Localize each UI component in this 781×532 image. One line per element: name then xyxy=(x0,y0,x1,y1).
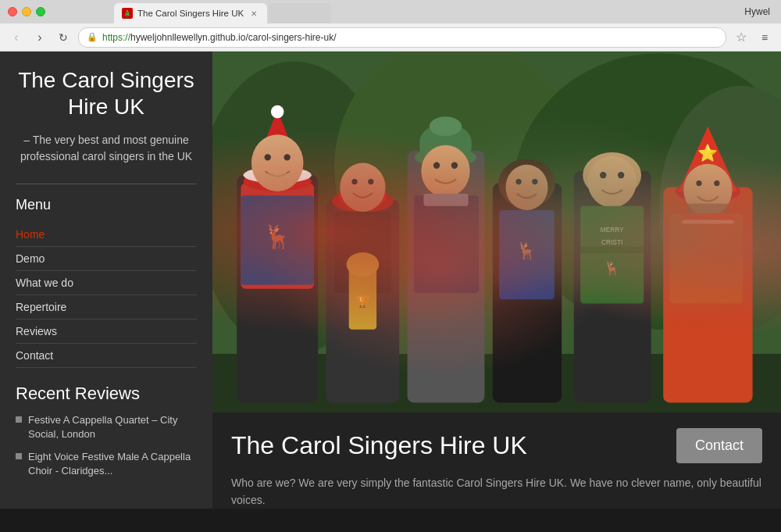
back-button[interactable]: ‹ xyxy=(8,29,25,46)
review-item-2: Eight Voice Festive Male A Cappella Choi… xyxy=(16,450,197,478)
bottom-header: The Carol Singers Hire UK Contact xyxy=(231,428,762,463)
address-url: hyweljohnllewellyn.github.io/carol-singe… xyxy=(130,32,336,43)
contact-button[interactable]: Contact xyxy=(676,428,762,463)
bookmark-button[interactable]: ☆ xyxy=(733,29,750,46)
review-text-2: Eight Voice Festive Male A Cappella Choi… xyxy=(28,450,197,478)
nav-link-reviews[interactable]: Reviews xyxy=(16,325,57,337)
browser-toolbar: ‹ › ↻ 🔒 https://hyweljohnllewellyn.githu… xyxy=(0,23,781,52)
lock-icon: 🔒 xyxy=(87,32,98,42)
site-subtitle: – The very best and most genuine profess… xyxy=(16,132,197,165)
site-title: The Carol Singers Hire UK xyxy=(16,67,197,120)
page-main-title: The Carol Singers Hire UK xyxy=(231,431,527,460)
nav-menu: Home Demo What we do Repertoire Reviews … xyxy=(16,223,197,368)
tab-bar: The Carol Singers Hire UK ✕ xyxy=(52,0,394,23)
main-description: Who are we? We are very simply the fanta… xyxy=(231,474,762,509)
maximize-button[interactable] xyxy=(36,7,45,16)
traffic-lights xyxy=(8,7,45,16)
hero-image: 🦌 🏆 xyxy=(212,52,781,412)
browser-menu-button[interactable]: ≡ xyxy=(756,29,773,46)
sidebar-divider xyxy=(16,184,197,184)
browser-chrome: The Carol Singers Hire UK ✕ Hywel ‹ › ↻ … xyxy=(0,0,781,52)
tab-title: The Carol Singers Hire UK xyxy=(137,9,244,18)
browser-titlebar: The Carol Singers Hire UK ✕ Hywel xyxy=(0,0,781,23)
review-bullet-2 xyxy=(16,453,22,459)
nav-item-contact[interactable]: Contact xyxy=(16,344,197,368)
nav-item-repertoire[interactable]: Repertoire xyxy=(16,295,197,320)
bottom-section: The Carol Singers Hire UK Contact Who ar… xyxy=(212,412,781,509)
review-bullet-1 xyxy=(16,416,22,423)
sidebar: The Carol Singers Hire UK – The very bes… xyxy=(0,52,212,509)
profile-label: Hywel xyxy=(744,6,773,17)
refresh-button[interactable]: ↻ xyxy=(55,29,72,46)
hero-photo: 🦌 🏆 xyxy=(212,52,781,412)
address-text: https://hyweljohnllewellyn.github.io/car… xyxy=(102,32,718,43)
browser-tab-active[interactable]: The Carol Singers Hire UK ✕ xyxy=(114,3,267,23)
nav-item-reviews[interactable]: Reviews xyxy=(16,320,197,344)
nav-item-what-we-do[interactable]: What we do xyxy=(16,271,197,295)
photo-overlay xyxy=(212,52,781,412)
nav-item-home[interactable]: Home xyxy=(16,223,197,247)
review-item-1: Festive A Cappella Quartet – City Social… xyxy=(16,413,197,441)
reviews-list: Festive A Cappella Quartet – City Social… xyxy=(16,413,197,478)
nav-link-what-we-do[interactable]: What we do xyxy=(16,277,73,289)
tab-close-button[interactable]: ✕ xyxy=(248,8,259,19)
main-content: 🦌 🏆 xyxy=(212,52,781,509)
review-text-1: Festive A Cappella Quartet – City Social… xyxy=(28,413,197,441)
menu-heading: Menu xyxy=(16,197,197,213)
forward-button[interactable]: › xyxy=(31,29,48,46)
address-bar[interactable]: 🔒 https://hyweljohnllewellyn.github.io/c… xyxy=(78,27,726,48)
close-button[interactable] xyxy=(8,7,17,16)
nav-link-home[interactable]: Home xyxy=(16,228,45,241)
tab-favicon xyxy=(122,8,133,19)
nav-link-demo[interactable]: Demo xyxy=(16,252,45,265)
nav-item-demo[interactable]: Demo xyxy=(16,247,197,271)
new-tab-button[interactable] xyxy=(269,3,331,23)
recent-reviews-section: Recent Reviews Festive A Cappella Quarte… xyxy=(16,384,197,478)
nav-link-contact[interactable]: Contact xyxy=(16,349,53,362)
nav-link-repertoire[interactable]: Repertoire xyxy=(16,301,66,313)
address-protocol: https:// xyxy=(102,32,130,43)
browser-content: The Carol Singers Hire UK – The very bes… xyxy=(0,52,781,509)
recent-reviews-title: Recent Reviews xyxy=(16,384,197,404)
minimize-button[interactable] xyxy=(22,7,31,16)
